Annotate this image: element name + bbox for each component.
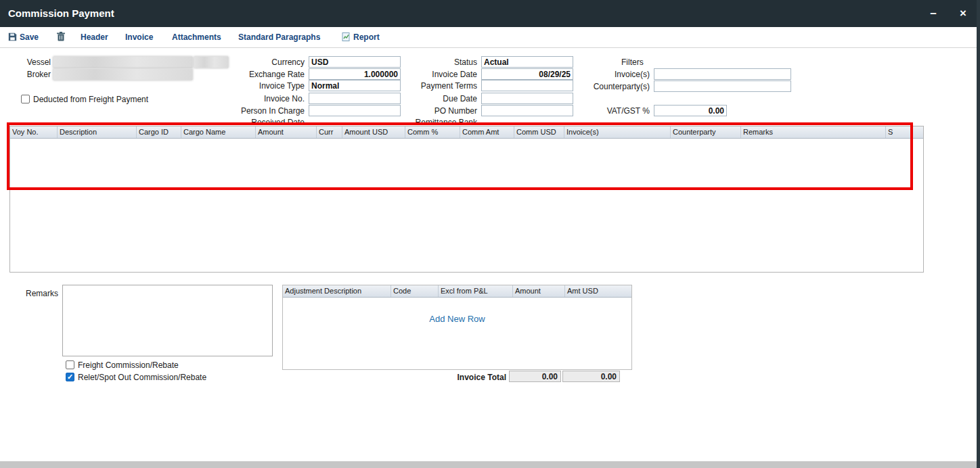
- column-header-curr[interactable]: Curr: [317, 126, 342, 138]
- column-header-amt-usd[interactable]: Amt USD: [565, 285, 631, 297]
- po-number-input[interactable]: [481, 105, 573, 116]
- relet-spot-out-label: Relet/Spot Out Commission/Rebate: [78, 373, 206, 382]
- window-title: Commission Payment: [8, 0, 114, 27]
- column-header-invoices[interactable]: Invoice(s): [564, 126, 671, 138]
- adjustments-grid: Adjustment Description Code Excl from P&…: [282, 285, 632, 370]
- commission-grid-body[interactable]: [10, 139, 923, 273]
- exchange-rate-input[interactable]: [309, 68, 401, 80]
- column-header-comm-pct[interactable]: Comm %: [405, 126, 460, 138]
- minimize-button[interactable]: –: [922, 0, 945, 27]
- currency-input[interactable]: [309, 56, 401, 68]
- vat-gst-input[interactable]: [654, 105, 727, 116]
- title-bar: Commission Payment – ×: [0, 0, 980, 27]
- report-label: Report: [353, 32, 380, 42]
- vessel-code-field-redacted[interactable]: [194, 56, 229, 68]
- nav-attachments[interactable]: Attachments: [172, 27, 221, 47]
- column-header-remarks[interactable]: Remarks: [741, 126, 886, 138]
- report-icon: [342, 28, 351, 49]
- broker-label: Broker: [10, 70, 51, 79]
- adjustments-grid-header: Adjustment Description Code Excl from P&…: [283, 285, 631, 298]
- column-header-adjustment-description[interactable]: Adjustment Description: [283, 285, 391, 297]
- column-header-cargo-id[interactable]: Cargo ID: [137, 126, 181, 138]
- trash-icon: [57, 28, 65, 49]
- column-header-excl-from-pl[interactable]: Excl from P&L: [439, 285, 513, 297]
- nav-invoice[interactable]: Invoice: [125, 27, 153, 47]
- counterparty-filter-label: Counterparty(s): [562, 82, 650, 91]
- remarks-textarea[interactable]: [62, 285, 273, 356]
- vessel-field-redacted[interactable]: [53, 56, 193, 68]
- window-right-edge: [977, 0, 980, 468]
- close-button[interactable]: ×: [952, 0, 975, 27]
- save-icon: [8, 28, 17, 49]
- report-button[interactable]: Report: [342, 27, 380, 47]
- vat-gst-label: VAT/GST %: [562, 106, 650, 116]
- column-header-amount-usd[interactable]: Amount USD: [342, 126, 405, 138]
- invoice-total-amount: 0.00: [509, 371, 561, 382]
- invoice-date-input[interactable]: [481, 68, 573, 80]
- commission-grid-header: Voy No. Description Cargo ID Cargo Name …: [10, 126, 923, 139]
- column-header-counterparty[interactable]: Counterparty: [671, 126, 741, 138]
- column-header-comm-usd[interactable]: Comm USD: [514, 126, 564, 138]
- column-header-amount[interactable]: Amount: [256, 126, 317, 138]
- invoice-type-input[interactable]: [309, 80, 401, 91]
- column-header-cargo-name[interactable]: Cargo Name: [181, 126, 256, 138]
- column-header-voy-no[interactable]: Voy No.: [10, 126, 58, 138]
- nav-standard-paragraphs[interactable]: Standard Paragraphs: [238, 27, 320, 47]
- column-header-comm-amt[interactable]: Comm Amt: [460, 126, 514, 138]
- check-icon: ✓: [67, 373, 73, 381]
- broker-field-redacted[interactable]: [53, 68, 193, 80]
- status-input[interactable]: [481, 56, 573, 68]
- vessel-label: Vessel: [10, 57, 51, 67]
- deducted-from-freight-checkbox[interactable]: [21, 95, 30, 103]
- person-in-charge-input[interactable]: [309, 105, 401, 116]
- invoice-type-label: Invoice Type: [198, 81, 305, 91]
- remarks-label: Remarks: [26, 289, 58, 298]
- invoice-total-amount-usd: 0.00: [562, 371, 620, 382]
- filters-label: Filters: [621, 57, 644, 67]
- save-button[interactable]: Save: [8, 27, 39, 47]
- due-date-input[interactable]: [481, 93, 573, 104]
- relet-spot-out-checkbox[interactable]: ✓: [66, 373, 74, 381]
- column-header-code[interactable]: Code: [391, 285, 439, 297]
- person-in-charge-label: Person In Charge: [198, 106, 305, 116]
- nav-header[interactable]: Header: [81, 27, 108, 47]
- save-label: Save: [20, 32, 39, 42]
- exchange-rate-label: Exchange Rate: [198, 70, 305, 79]
- invoices-filter-label: Invoice(s): [562, 70, 650, 79]
- add-new-row-link[interactable]: Add New Row: [283, 314, 631, 324]
- column-header-s[interactable]: S: [886, 126, 923, 138]
- payment-terms-input[interactable]: [481, 80, 573, 91]
- freight-commission-checkbox[interactable]: [66, 360, 74, 369]
- invoices-filter-input[interactable]: [654, 68, 791, 80]
- invoice-total-label: Invoice Total: [407, 373, 506, 382]
- adjustments-grid-body: Add New Row: [283, 298, 631, 370]
- deducted-from-freight-label: Deducted from Freight Payment: [33, 95, 148, 104]
- invoice-no-label: Invoice No.: [198, 94, 305, 103]
- freight-commission-label: Freight Commission/Rebate: [78, 360, 179, 370]
- counterparty-filter-input[interactable]: [654, 80, 791, 92]
- invoice-no-input[interactable]: [309, 93, 401, 104]
- bottom-bar: [0, 461, 980, 468]
- delete-button[interactable]: [57, 27, 68, 47]
- column-header-adj-amount[interactable]: Amount: [513, 285, 565, 297]
- column-header-description[interactable]: Description: [58, 126, 137, 138]
- commission-grid: Voy No. Description Cargo ID Cargo Name …: [9, 126, 924, 273]
- toolbar: Save Header Invoice Attachments Standard…: [0, 27, 980, 48]
